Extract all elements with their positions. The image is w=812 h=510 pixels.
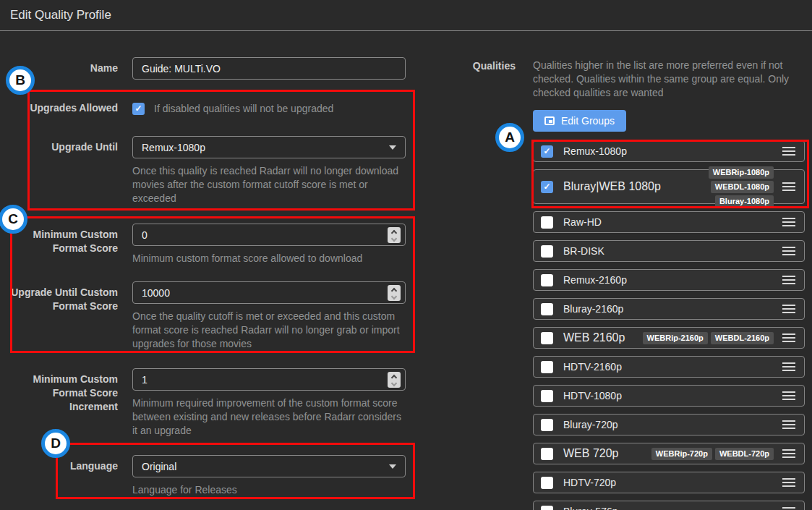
drag-handle-icon[interactable] bbox=[782, 247, 795, 255]
quality-badge: WEBRip-720p bbox=[651, 448, 712, 460]
quality-name: Remux-1080p bbox=[563, 145, 627, 157]
quality-checkbox[interactable] bbox=[541, 448, 553, 460]
quality-checkbox[interactable] bbox=[541, 274, 553, 286]
upgrades-allowed-form-group: Upgrades Allowed ✓ If disabled qualities… bbox=[10, 101, 416, 115]
drag-handle-icon[interactable] bbox=[782, 391, 795, 400]
drag-handle-icon[interactable] bbox=[782, 449, 795, 458]
quality-row[interactable]: HDTV-2160p bbox=[533, 356, 805, 378]
name-input[interactable] bbox=[132, 57, 406, 80]
quality-name: WEB 2160p bbox=[563, 331, 625, 344]
chevron-down-icon bbox=[389, 464, 396, 469]
upgrade-until-custom-format-score-input[interactable] bbox=[133, 282, 405, 303]
quality-checkbox[interactable] bbox=[541, 390, 553, 402]
quality-badge: Bluray-1080p bbox=[715, 195, 774, 208]
quality-badges: WEBRip-2160pWEBDL-2160p bbox=[639, 332, 774, 344]
number-stepper-icon[interactable] bbox=[388, 285, 401, 301]
quality-name: HDTV-720p bbox=[563, 477, 616, 488]
upgrade-until-custom-format-score-form-group: Upgrade Until Custom Format Score Once t… bbox=[10, 281, 416, 351]
drag-handle-icon[interactable] bbox=[782, 182, 795, 191]
upgrade-until-value: Remux-1080p bbox=[142, 142, 205, 153]
quality-name: WEB 720p bbox=[563, 447, 618, 460]
quality-row[interactable]: ✓ Bluray|WEB 1080p WEBRip-1080pWEBDL-108… bbox=[533, 169, 805, 204]
quality-checkbox[interactable] bbox=[541, 332, 553, 344]
drag-handle-icon[interactable] bbox=[782, 478, 795, 487]
drag-handle-icon[interactable] bbox=[782, 362, 795, 371]
language-helper: Language for Releases bbox=[132, 483, 406, 497]
quality-name: Bluray-2160p bbox=[563, 303, 623, 315]
drag-handle-icon[interactable] bbox=[782, 333, 795, 342]
quality-checkbox[interactable] bbox=[541, 216, 553, 229]
quality-badge: WEBDL-720p bbox=[715, 448, 774, 460]
qualities-section: Qualities higher in the list are more pr… bbox=[533, 59, 805, 510]
quality-row[interactable]: BR-DISK bbox=[533, 240, 805, 262]
quality-row[interactable]: Bluray-2160p bbox=[533, 298, 805, 320]
quality-badge: WEBDL-1080p bbox=[711, 181, 774, 193]
upgrade-until-helper: Once this quality is reached Radarr will… bbox=[132, 164, 406, 205]
upgrades-allowed-checkbox[interactable]: ✓ bbox=[132, 103, 145, 115]
qualities-description: Qualities higher in the list are more pr… bbox=[533, 59, 805, 100]
language-value: Original bbox=[142, 461, 176, 472]
language-select[interactable]: Original bbox=[132, 455, 406, 477]
minimum-custom-format-score-label: Minimum Custom Format Score bbox=[10, 224, 118, 265]
edit-groups-button-label: Edit Groups bbox=[561, 115, 615, 127]
upgrade-until-form-group: Upgrade Until Remux-1080p Once this qual… bbox=[10, 136, 416, 205]
quality-name: HDTV-2160p bbox=[563, 361, 622, 373]
upgrade-until-select[interactable]: Remux-1080p bbox=[132, 136, 406, 158]
quality-row[interactable]: WEB 2160p WEBRip-2160pWEBDL-2160p bbox=[533, 327, 805, 349]
quality-checkbox[interactable] bbox=[541, 303, 553, 315]
quality-row[interactable]: Bluray-576p bbox=[533, 501, 805, 510]
upgrades-allowed-label: Upgrades Allowed bbox=[10, 101, 118, 115]
drag-handle-icon[interactable] bbox=[782, 147, 795, 156]
dialog-title: Edit Quality Profile bbox=[10, 8, 111, 22]
minimum-custom-format-score-increment-input[interactable] bbox=[133, 369, 405, 390]
quality-name: Bluray-576p bbox=[563, 506, 618, 510]
quality-name: Remux-2160p bbox=[563, 274, 627, 286]
quality-row[interactable]: ✓ Remux-1080p bbox=[533, 140, 805, 162]
quality-row[interactable]: HDTV-1080p bbox=[533, 385, 805, 407]
quality-name: HDTV-1080p bbox=[563, 390, 622, 401]
quality-checkbox[interactable]: ✓ bbox=[541, 145, 553, 158]
minimum-custom-format-score-helper: Minimum custom format score allowed to d… bbox=[132, 252, 406, 265]
annotation-badge-a: A bbox=[495, 123, 524, 152]
quality-name: Raw-HD bbox=[563, 216, 602, 228]
ungroup-icon bbox=[544, 116, 555, 125]
quality-checkbox[interactable] bbox=[541, 245, 553, 258]
quality-badge: WEBDL-2160p bbox=[711, 332, 774, 344]
quality-row[interactable]: WEB 720p WEBRip-720pWEBDL-720p bbox=[533, 443, 805, 464]
quality-checkbox[interactable] bbox=[541, 419, 553, 431]
quality-row[interactable]: HDTV-720p bbox=[533, 472, 805, 493]
quality-checkbox[interactable]: ✓ bbox=[541, 181, 553, 193]
quality-badge: WEBRip-2160p bbox=[643, 332, 708, 344]
number-stepper-icon[interactable] bbox=[388, 227, 401, 243]
dialog-header: Edit Quality Profile bbox=[0, 0, 812, 31]
minimum-custom-format-score-increment-label: Minimum Custom Format Score Increment bbox=[10, 368, 118, 438]
drag-handle-icon[interactable] bbox=[782, 218, 795, 226]
edit-groups-button[interactable]: Edit Groups bbox=[533, 110, 626, 132]
upgrades-allowed-helper: If disabled qualities will not be upgrad… bbox=[154, 103, 333, 114]
quality-row[interactable]: Bluray-720p bbox=[533, 414, 805, 435]
drag-handle-icon[interactable] bbox=[782, 305, 795, 313]
language-form-group: Language Original Language for Releases bbox=[10, 455, 416, 497]
quality-list: ✓ Remux-1080p ✓ Bluray|WEB 1080p WEBRip-… bbox=[533, 140, 805, 510]
minimum-custom-format-score-increment-helper: Minimum required improvement of the cust… bbox=[132, 396, 406, 438]
name-form-group: Name bbox=[10, 57, 416, 80]
drag-handle-icon[interactable] bbox=[782, 276, 795, 284]
quality-row[interactable]: Remux-2160p bbox=[533, 269, 805, 291]
minimum-custom-format-score-form-group: Minimum Custom Format Score Minimum cust… bbox=[10, 224, 416, 265]
quality-checkbox[interactable] bbox=[541, 361, 553, 373]
quality-badge: WEBRip-1080p bbox=[709, 166, 774, 179]
quality-row[interactable]: Raw-HD bbox=[533, 211, 805, 233]
language-label: Language bbox=[10, 455, 118, 497]
upgrade-until-custom-format-score-helper: Once the quality cutoff is met or exceed… bbox=[132, 310, 406, 351]
number-stepper-icon[interactable] bbox=[388, 372, 401, 388]
drag-handle-icon[interactable] bbox=[782, 507, 795, 510]
quality-name: BR-DISK bbox=[563, 245, 604, 257]
quality-name: Bluray-720p bbox=[563, 419, 618, 430]
minimum-custom-format-score-input[interactable] bbox=[133, 224, 405, 245]
quality-badges: WEBRip-1080pWEBDL-1080pBluray-1080p bbox=[661, 166, 774, 208]
drag-handle-icon[interactable] bbox=[782, 420, 795, 429]
quality-checkbox[interactable] bbox=[541, 506, 553, 510]
qualities-label: Qualities bbox=[443, 60, 516, 72]
quality-checkbox[interactable] bbox=[541, 477, 553, 489]
name-label: Name bbox=[10, 57, 118, 80]
